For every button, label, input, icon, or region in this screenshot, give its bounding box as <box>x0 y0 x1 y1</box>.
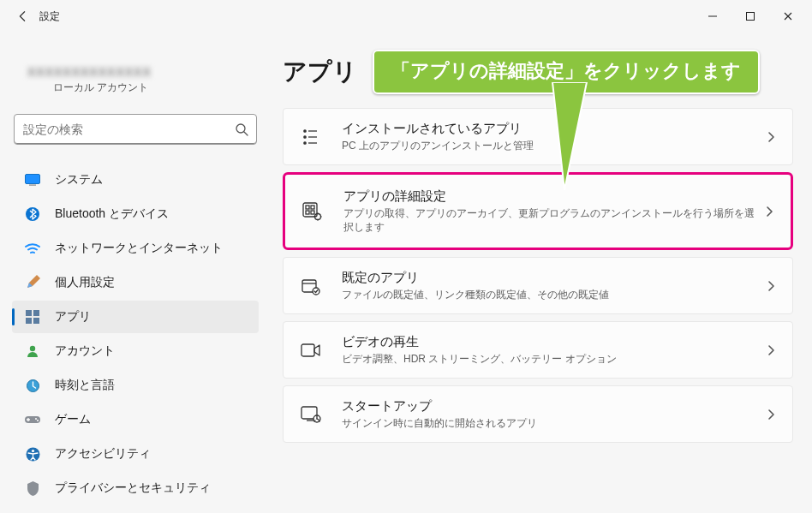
arrow-left-icon <box>16 10 28 22</box>
installed-apps-icon <box>299 125 323 149</box>
bluetooth-icon <box>24 206 41 223</box>
svg-point-20 <box>304 141 306 143</box>
setting-desc: アプリの取得、アプリのアーカイブ、更新プログラムのアンインストールを行う場所を選… <box>343 206 760 234</box>
video-icon <box>299 338 323 362</box>
sidebar-item-accessibility[interactable]: アクセシビリティ <box>12 438 259 470</box>
svg-point-16 <box>31 449 33 451</box>
svg-rect-29 <box>302 344 314 356</box>
setting-title: スタートアップ <box>342 398 761 415</box>
setting-desc: ビデオ調整、HDR ストリーミング、バッテリー オプション <box>342 352 761 366</box>
setting-video-playback[interactable]: ビデオの再生 ビデオ調整、HDR ストリーミング、バッテリー オプション <box>283 321 793 379</box>
sidebar-item-network[interactable]: ネットワークとインターネット <box>12 232 259 265</box>
apps-icon <box>24 308 41 325</box>
sidebar-item-label: ゲーム <box>55 412 91 427</box>
sidebar-item-label: Bluetooth とデバイス <box>55 206 169 222</box>
account-icon <box>24 343 41 360</box>
setting-desc: サインイン時に自動的に開始されるアプリ <box>342 416 761 430</box>
sidebar-item-privacy[interactable]: プライバシーとセキュリティ <box>12 472 259 504</box>
sidebar-item-gaming[interactable]: ゲーム <box>12 403 259 436</box>
svg-rect-23 <box>311 206 314 209</box>
startup-icon <box>299 403 323 427</box>
setting-title: ビデオの再生 <box>342 334 761 350</box>
sidebar-item-apps[interactable]: アプリ <box>12 301 259 333</box>
svg-point-1 <box>236 124 245 133</box>
sidebar-item-bluetooth[interactable]: Bluetooth とデバイス <box>12 198 259 230</box>
system-icon <box>24 171 41 188</box>
setting-desc: ファイルの既定値、リンク種類の既定値、その他の既定値 <box>342 288 761 301</box>
search-icon <box>235 122 248 136</box>
maximize-icon <box>745 11 755 21</box>
maximize-button[interactable] <box>731 3 769 29</box>
svg-marker-17 <box>552 82 587 190</box>
sidebar: XXXXXXXXXXXXXX ローカル アカウント システム Bluetooth… <box>0 33 266 513</box>
chevron-right-icon <box>760 206 779 218</box>
sidebar-item-system[interactable]: システム <box>12 164 259 196</box>
callout-wrap: 「アプリの詳細設定」をクリックします <box>373 50 760 94</box>
sidebar-item-label: 個人用設定 <box>55 275 115 290</box>
titlebar: 設定 <box>0 0 812 33</box>
network-icon <box>24 240 41 257</box>
minimize-button[interactable] <box>694 3 731 29</box>
gaming-icon <box>24 411 41 428</box>
svg-rect-22 <box>306 206 309 209</box>
back-button[interactable] <box>12 6 33 27</box>
svg-point-18 <box>304 129 306 131</box>
svg-rect-5 <box>26 310 32 316</box>
accessibility-icon <box>24 445 41 462</box>
callout-tail-icon <box>535 82 604 194</box>
page-header: アプリ 「アプリの詳細設定」をクリックします <box>283 50 793 94</box>
svg-rect-8 <box>33 318 39 324</box>
svg-point-9 <box>30 346 35 351</box>
chevron-right-icon <box>761 344 780 356</box>
svg-rect-7 <box>26 318 32 324</box>
account-block[interactable]: XXXXXXXXXXXXXX ローカル アカウント <box>12 39 259 102</box>
sidebar-item-label: アクセシビリティ <box>55 446 151 462</box>
close-icon <box>783 11 793 21</box>
svg-rect-25 <box>311 211 314 214</box>
svg-point-14 <box>37 420 39 421</box>
setting-title: 既定のアプリ <box>342 270 761 286</box>
minimize-icon <box>708 11 718 21</box>
svg-rect-3 <box>29 185 36 186</box>
close-button[interactable] <box>769 3 807 29</box>
svg-rect-0 <box>747 13 755 21</box>
advanced-apps-icon <box>301 200 325 224</box>
chevron-right-icon <box>761 131 780 143</box>
account-name: XXXXXXXXXXXXXX <box>27 65 248 79</box>
sidebar-item-label: アプリ <box>55 309 91 325</box>
search-wrap <box>14 114 257 145</box>
search-input[interactable] <box>14 114 257 145</box>
page-title: アプリ <box>283 56 357 88</box>
chevron-right-icon <box>761 280 780 292</box>
time-icon <box>24 377 41 394</box>
sidebar-item-accounts[interactable]: アカウント <box>12 335 259 367</box>
window-title: 設定 <box>39 9 60 24</box>
nav-list: システム Bluetooth とデバイス ネットワークとインターネット 個人用設… <box>12 164 259 506</box>
svg-rect-2 <box>26 175 40 184</box>
sidebar-item-label: システム <box>55 172 103 188</box>
svg-rect-24 <box>306 211 309 214</box>
setting-default-apps[interactable]: 既定のアプリ ファイルの既定値、リンク種類の既定値、その他の既定値 <box>283 257 793 314</box>
svg-rect-6 <box>33 310 39 316</box>
main-content: アプリ 「アプリの詳細設定」をクリックします インストールされて <box>266 33 812 513</box>
sidebar-item-time-language[interactable]: 時刻と言語 <box>12 369 259 402</box>
privacy-icon <box>24 480 41 497</box>
svg-point-13 <box>35 418 37 420</box>
svg-point-19 <box>304 135 306 137</box>
sidebar-item-label: ネットワークとインターネット <box>55 241 223 256</box>
sidebar-item-personalization[interactable]: 個人用設定 <box>12 266 259 299</box>
setting-startup[interactable]: スタートアップ サインイン時に自動的に開始されるアプリ <box>283 385 793 443</box>
sidebar-item-label: 時刻と言語 <box>55 378 115 393</box>
personalize-icon <box>24 274 41 291</box>
sidebar-item-label: プライバシーとセキュリティ <box>55 480 211 496</box>
chevron-right-icon <box>761 409 780 421</box>
sidebar-item-label: アカウント <box>55 343 115 359</box>
default-apps-icon <box>299 274 323 298</box>
account-type: ローカル アカウント <box>27 81 248 95</box>
